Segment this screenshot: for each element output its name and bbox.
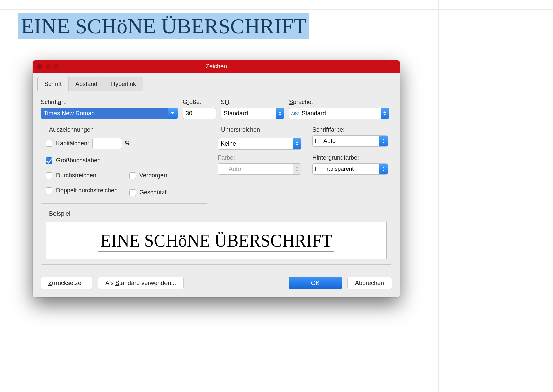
verborgen-checkbox[interactable]	[129, 172, 136, 179]
dialog-tabs: Schrift Abstand Hyperlink	[33, 73, 400, 91]
grossbuchstaben-row: Großbuchstaben	[46, 157, 129, 164]
dialog-footer: Zurücksetzen Als Standard verwenden... O…	[33, 271, 400, 297]
chevron-down-icon	[383, 114, 386, 116]
language-field: Sprache: ABC Standard	[289, 99, 389, 119]
durchstreichen-checkbox[interactable]	[46, 172, 52, 179]
unterstreichen-legend: Unterstreichen	[219, 126, 262, 133]
tab-hyperlink[interactable]: Hyperlink	[104, 77, 143, 91]
chevron-down-icon	[382, 169, 385, 171]
geschuetzt-checkbox[interactable]	[129, 189, 136, 196]
font-field: Schriftart:	[41, 99, 178, 119]
chevron-up-icon	[383, 111, 386, 113]
style-label: Stil:	[221, 99, 284, 106]
chevron-down-icon	[171, 112, 175, 115]
style-value: Standard	[221, 108, 276, 119]
unterstreichen-value: Keine	[218, 138, 293, 149]
ok-button[interactable]: OK	[289, 277, 342, 289]
dialog-title: Zeichen	[33, 63, 400, 70]
schriftfarbe-select[interactable]: Auto	[312, 135, 388, 147]
durchstreichen-label: Durchstreichen	[56, 172, 96, 179]
schriftfarbe-label: Schriftfarbe:	[312, 126, 388, 133]
hintergrundfarbe-group: Hintergrundfarbe: Transparent	[311, 154, 388, 175]
kapitaelchen-label: Kapitälchen:	[56, 140, 89, 147]
hintergrundfarbe-value: Transparent	[313, 164, 379, 174]
reset-button[interactable]: Zurücksetzen	[41, 277, 92, 289]
farbe-value: Auto	[218, 164, 293, 174]
color-swatch-icon	[315, 167, 322, 171]
percent-label: %	[125, 140, 130, 147]
kapitaelchen-spinner-wrap: %	[92, 138, 130, 149]
example-text: EINE SCHöNE ÜBERSCHRIFT	[98, 230, 334, 252]
groups-row: Auszeichnungen Kapitälchen:	[41, 126, 392, 204]
unterstreichen-dropdown-button[interactable]	[293, 138, 301, 149]
example-box: EINE SCHöNE ÜBERSCHRIFT	[46, 222, 387, 259]
kapitaelchen-input[interactable]	[93, 138, 122, 149]
size-label: Größe:	[183, 99, 216, 106]
color-column: Schriftfarbe: Auto Hintergrundfarbe:	[311, 126, 388, 175]
doppelt-label: Doppelt durchstreichen	[56, 187, 118, 194]
page-edge-top	[0, 9, 553, 10]
tab-schrift[interactable]: Schrift	[37, 77, 69, 91]
chevron-down-icon	[295, 144, 299, 146]
chevron-up-icon	[278, 111, 282, 113]
verborgen-label: Verborgen	[139, 172, 167, 179]
chevron-up-icon	[295, 141, 299, 143]
example-legend: Beispiel	[47, 210, 72, 217]
dialog-titlebar[interactable]: Zeichen	[33, 60, 400, 73]
geschuetzt-row: Geschützt	[129, 189, 203, 196]
chevron-down-icon	[278, 114, 282, 116]
unterstreichen-group: Unterstreichen Keine Farbe: Auto	[213, 126, 306, 180]
example-group: Beispiel EINE SCHöNE ÜBERSCHRIFT	[41, 210, 392, 265]
color-swatch-icon	[315, 139, 322, 143]
font-input[interactable]	[41, 108, 168, 119]
verborgen-row: Verborgen	[129, 172, 203, 179]
font-label: Schriftart:	[41, 99, 178, 106]
doppelt-checkbox[interactable]	[46, 187, 52, 194]
kapitaelchen-checkbox[interactable]	[46, 140, 52, 147]
grossbuchstaben-checkbox[interactable]	[46, 157, 52, 164]
style-field: Stil: Standard	[221, 99, 284, 119]
font-dropdown-button[interactable]	[168, 108, 178, 119]
grossbuchstaben-label: Großbuchstaben	[56, 157, 101, 164]
language-select[interactable]: ABC Standard	[289, 108, 389, 119]
spellcheck-icon: ABC	[289, 108, 299, 119]
language-label: Sprache:	[289, 99, 389, 106]
farbe-dropdown-button	[293, 164, 301, 174]
tab-abstand[interactable]: Abstand	[68, 77, 104, 91]
size-input[interactable]	[183, 108, 216, 119]
style-dropdown-button[interactable]	[276, 108, 284, 119]
font-combo[interactable]	[41, 108, 178, 119]
geschuetzt-label: Geschützt	[139, 189, 167, 196]
chevron-up-icon	[382, 139, 385, 141]
kapitaelchen-row: Kapitälchen: %	[46, 138, 129, 149]
color-swatch-icon	[221, 167, 227, 171]
unterstreichen-select[interactable]: Keine	[218, 138, 301, 150]
kapitaelchen-spinner[interactable]	[92, 138, 122, 149]
hintergrundfarbe-label: Hintergrundfarbe:	[312, 154, 388, 161]
farbe-select: Auto	[218, 163, 301, 175]
hintergrundfarbe-select[interactable]: Transparent	[312, 163, 388, 175]
dialog-panel: Schriftart: Größe: Stil:	[33, 91, 400, 271]
chevron-up-icon	[382, 167, 385, 169]
character-dialog: Zeichen Schrift Abstand Hyperlink Schrif…	[33, 60, 400, 297]
font-row: Schriftart: Größe: Stil:	[41, 99, 392, 119]
doppelt-row: Doppelt durchstreichen	[46, 187, 129, 194]
farbe-label: Farbe:	[218, 154, 301, 161]
set-default-button[interactable]: Als Standard verwenden...	[98, 277, 184, 289]
style-select[interactable]: Standard	[221, 108, 284, 119]
size-combo[interactable]	[183, 108, 216, 119]
chevron-down-icon	[382, 141, 385, 143]
language-value: Standard	[299, 108, 381, 119]
schriftfarbe-value: Auto	[313, 136, 379, 146]
document-heading[interactable]: EINE SCHöNE ÜBERSCHRIFT	[18, 13, 309, 39]
schriftfarbe-dropdown-button[interactable]	[379, 136, 388, 146]
cancel-button[interactable]: Abbrechen	[347, 277, 392, 289]
chevron-up-icon	[295, 167, 299, 169]
schriftfarbe-group: Schriftfarbe: Auto	[311, 126, 388, 147]
language-dropdown-button[interactable]	[381, 108, 389, 119]
auszeichnungen-legend: Auszeichnungen	[47, 126, 96, 133]
durchstreichen-row: Durchstreichen	[46, 172, 129, 179]
page-edge-right	[438, 0, 439, 392]
chevron-down-icon	[295, 169, 299, 171]
hintergrundfarbe-dropdown-button[interactable]	[379, 164, 388, 174]
